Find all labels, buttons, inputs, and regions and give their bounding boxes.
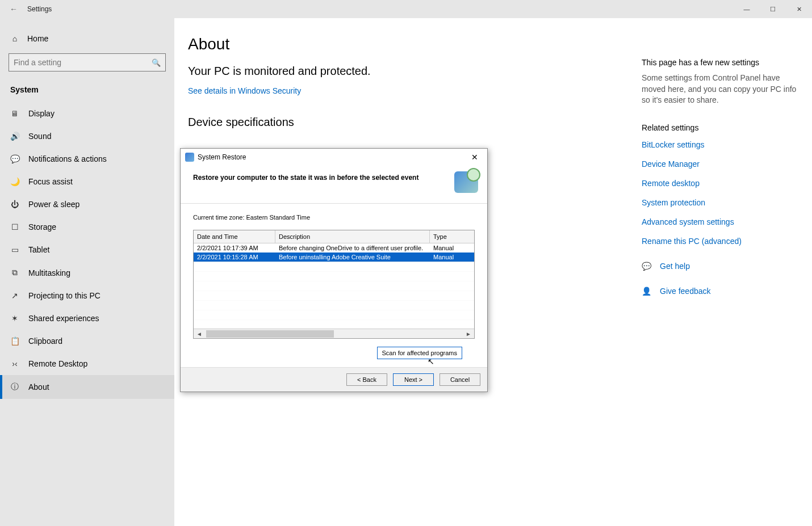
new-settings-head: This page has a few new settings <box>642 58 801 67</box>
next-button[interactable]: Next > <box>393 373 434 386</box>
minimize-button[interactable]: — <box>734 0 760 18</box>
dialog-title: System Restore <box>198 153 246 161</box>
focus-assist-icon: 🌙 <box>10 177 19 186</box>
scroll-right-icon[interactable]: ► <box>464 331 473 337</box>
col-description[interactable]: Description <box>275 230 430 243</box>
tablet-icon: ▭ <box>10 245 19 254</box>
remote-desktop-icon: ›‹ <box>10 359 19 368</box>
nav-list: 🖥Display 🔊Sound 💬Notifications & actions… <box>0 102 174 399</box>
sidebar-item-power-sleep[interactable]: ⏻Power & sleep <box>0 193 174 216</box>
maximize-button[interactable]: ☐ <box>760 0 786 18</box>
multitasking-icon: ⧉ <box>10 268 19 277</box>
scan-affected-programs-button[interactable]: Scan for affected programs <box>377 347 462 359</box>
link-system-protection[interactable]: System protection <box>642 198 801 207</box>
window-title: Settings <box>27 5 52 13</box>
titlebar: ← Settings — ☐ ✕ <box>0 0 812 18</box>
related-settings-header: Related settings <box>642 123 801 132</box>
restore-points-table[interactable]: Date and Time Description Type 2/2/2021 … <box>193 230 475 339</box>
sidebar-item-notifications[interactable]: 💬Notifications & actions <box>0 148 174 170</box>
clipboard-icon: 📋 <box>10 336 19 346</box>
search-icon: 🔍 <box>152 58 161 67</box>
storage-icon: ☐ <box>10 222 19 232</box>
col-type[interactable]: Type <box>430 230 474 243</box>
get-help-row[interactable]: 💬 Get help <box>642 262 801 271</box>
shared-icon: ✶ <box>10 314 19 323</box>
dialog-footer: < Back Next > Cancel <box>181 367 487 392</box>
right-pane: This page has a few new settings Some se… <box>642 35 812 526</box>
sidebar-item-tablet[interactable]: ▭Tablet <box>0 238 174 261</box>
about-icon: ⓘ <box>10 382 19 392</box>
back-button[interactable]: ← <box>0 5 27 14</box>
system-restore-dialog: System Restore ✕ Restore your computer t… <box>180 148 488 392</box>
projecting-icon: ↗ <box>10 291 19 300</box>
feedback-icon: 👤 <box>642 287 652 296</box>
sidebar-item-storage[interactable]: ☐Storage <box>0 216 174 238</box>
power-icon: ⏻ <box>10 200 19 209</box>
sidebar-item-remote-desktop[interactable]: ›‹Remote Desktop <box>0 352 174 375</box>
search-input-wrapper[interactable]: 🔍 <box>9 53 166 71</box>
sidebar-item-shared-experiences[interactable]: ✶Shared experiences <box>0 307 174 330</box>
link-bitlocker[interactable]: BitLocker settings <box>642 140 801 149</box>
page-title: About <box>188 35 620 53</box>
col-date-time[interactable]: Date and Time <box>194 230 275 243</box>
dialog-titlebar: System Restore ✕ <box>181 149 487 166</box>
notifications-icon: 💬 <box>10 154 19 163</box>
link-remote-desktop[interactable]: Remote desktop <box>642 179 801 188</box>
cancel-button[interactable]: Cancel <box>440 373 480 386</box>
back-button-dialog[interactable]: < Back <box>346 373 387 386</box>
home-label: Home <box>27 34 48 43</box>
sound-icon: 🔊 <box>10 132 19 141</box>
sidebar-item-multitasking[interactable]: ⧉Multitasking <box>0 261 174 284</box>
home-icon: ⌂ <box>10 34 19 43</box>
table-row[interactable]: 2/2/2021 10:17:39 AM Before changing One… <box>194 243 474 253</box>
home-nav[interactable]: ⌂ Home <box>0 30 174 53</box>
link-advanced-system-settings[interactable]: Advanced system settings <box>642 217 801 226</box>
display-icon: 🖥 <box>10 109 19 118</box>
restore-hero-icon <box>454 171 478 193</box>
windows-security-link[interactable]: See details in Windows Security <box>188 86 301 95</box>
category-header: System <box>0 82 174 102</box>
system-restore-icon <box>185 153 194 162</box>
sidebar-item-clipboard[interactable]: 📋Clipboard <box>0 330 174 352</box>
table-h-scrollbar[interactable]: ◄ ► <box>194 329 474 338</box>
table-empty-area <box>194 262 474 329</box>
scroll-thumb[interactable] <box>206 330 334 338</box>
dialog-heading: Restore your computer to the state it wa… <box>193 171 454 182</box>
help-icon: 💬 <box>642 262 652 271</box>
table-row[interactable]: 2/2/2021 10:15:28 AM Before uninstalling… <box>194 253 474 262</box>
table-header-row: Date and Time Description Type <box>194 230 474 243</box>
sidebar-item-focus-assist[interactable]: 🌙Focus assist <box>0 170 174 193</box>
give-feedback-row[interactable]: 👤 Give feedback <box>642 287 801 296</box>
protect-line: Your PC is monitored and protected. <box>188 65 620 78</box>
link-rename-pc[interactable]: Rename this PC (advanced) <box>642 237 801 246</box>
sidebar-item-projecting[interactable]: ↗Projecting to this PC <box>0 284 174 307</box>
device-spec-header: Device specifications <box>188 116 620 129</box>
sidebar: ⌂ Home 🔍 System 🖥Display 🔊Sound 💬Notific… <box>0 18 174 526</box>
sidebar-item-sound[interactable]: 🔊Sound <box>0 125 174 148</box>
scroll-left-icon[interactable]: ◄ <box>195 331 204 337</box>
sidebar-item-display[interactable]: 🖥Display <box>0 102 174 125</box>
search-input[interactable] <box>14 58 152 67</box>
close-button[interactable]: ✕ <box>786 0 812 18</box>
timezone-label: Current time zone: Eastern Standard Time <box>193 214 475 221</box>
dialog-close-button[interactable]: ✕ <box>463 153 486 162</box>
link-device-manager[interactable]: Device Manager <box>642 159 801 169</box>
sidebar-item-about[interactable]: ⓘAbout <box>0 375 174 399</box>
new-settings-body: Some settings from Control Panel have mo… <box>642 73 801 106</box>
